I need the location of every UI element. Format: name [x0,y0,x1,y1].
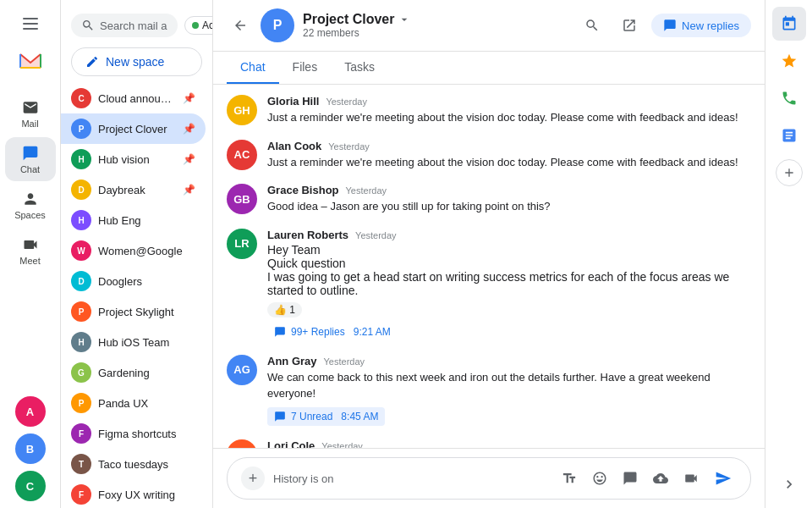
space-avatar: F [71,423,91,444]
sidebar-item-dooglers[interactable]: D Dooglers [61,266,206,296]
pin-icon: 📌 [183,92,195,104]
space-avatar: P [71,119,91,139]
status-pill[interactable]: Active [184,16,213,35]
sidebar-item-foxy-ux[interactable]: F Foxy UX writing [61,479,206,508]
sidebar-item-spaces[interactable]: Spaces [5,183,56,227]
status-label: Active [202,19,213,31]
tab-tasks[interactable]: Tasks [331,52,388,84]
message-header: Ann Gray Yesterday [267,355,751,367]
new-replies-button[interactable]: New replies [651,14,751,37]
add-attachment-button[interactable]: + [241,467,265,490]
chat-avatar: P [261,8,294,42]
message-reaction[interactable]: 👍 1 [267,302,302,318]
tab-files[interactable]: Files [279,52,332,84]
space-avatar: F [71,484,91,505]
right-panel-calendar-icon[interactable] [772,7,806,41]
message-group: GB Grace Bishop Yesterday Good idea – Ja… [227,184,751,215]
message-text: Just a reminder we're meeting about the … [267,154,751,171]
message-input-area: + History is on [213,448,765,508]
input-placeholder-text[interactable]: History is on [273,472,549,485]
sidebar-item-mail[interactable]: Mail [5,91,56,135]
sidebar-item-daybreak[interactable]: D Daybreak 📌 [61,174,206,205]
left-sidebar: Mail Chat Spaces Meet A B C [0,0,61,508]
sidebar-item-project-clover[interactable]: P Project Clover 📌 [61,113,206,144]
unread-replies-button[interactable]: 7 Unread 8:45 AM [267,407,385,426]
send-button[interactable] [710,465,737,492]
message-text: Hey Team [267,243,751,257]
chat-bubble-icon [663,19,677,32]
space-name: Taco tuesdays [98,458,195,471]
user-avatar-3[interactable]: C [15,471,46,501]
chat-members-count: 22 members [303,27,577,39]
tab-chat[interactable]: Chat [227,52,279,84]
space-avatar: D [71,179,91,200]
gmail-logo [14,44,47,78]
dropdown-icon[interactable] [398,13,411,26]
sidebar-item-chat[interactable]: Chat [5,137,56,181]
sidebar-item-hub-eng[interactable]: H Hub Eng [61,205,206,235]
sidebar-meet-label: Meet [19,256,40,266]
chat-name: Project Clover [303,12,577,27]
space-name: Figma shortcuts [98,428,195,440]
new-space-button[interactable]: New space [71,47,202,76]
space-name: Cloud announce [98,92,176,105]
space-name: Gardening [98,367,195,379]
message-content: Gloria Hill Yesterday Just a reminder we… [267,95,751,126]
space-name: Hub iOS Team [98,336,195,349]
sidebar-item-project-skylight[interactable]: P Project Skylight [61,296,206,327]
message-avatar: AG [227,355,257,385]
message-time: Yesterday [326,97,367,107]
message-sender: Lauren Roberts [267,229,348,241]
search-input[interactable] [100,19,167,32]
pin-icon: 📌 [183,123,195,135]
open-in-new-button[interactable] [614,10,645,41]
sidebar-item-women-google[interactable]: W Women@Google [61,235,206,266]
message-time: Yesterday [321,441,363,449]
space-items-list: C Cloud announce 📌 P Project Clover 📌 H … [61,83,212,508]
input-actions [557,465,737,492]
sidebar-item-panda-ux[interactable]: P Panda UX [61,388,206,418]
message-text: We can come back to this next week and i… [267,369,751,402]
space-avatar: H [71,332,91,352]
status-dot [192,22,199,29]
space-name: Hub Eng [98,214,195,227]
sidebar-item-cloud-announce[interactable]: C Cloud announce 📌 [61,83,206,113]
emoji-icon[interactable] [588,467,612,490]
upload-icon[interactable] [649,467,672,490]
sidebar-item-gardening[interactable]: G Gardening [61,357,206,388]
message-time: Yesterday [328,141,370,152]
message-avatar: LC [227,439,257,449]
space-list-header: Active New space [61,0,212,83]
replies-button[interactable]: 99+ Replies 9:21 AM [267,323,398,341]
chat-bubble-icon[interactable] [618,467,642,490]
edit-icon [85,55,99,69]
menu-icon[interactable] [14,7,47,41]
video-icon[interactable] [679,467,703,490]
message-avatar: GB [227,184,257,214]
message-header: Grace Bishop Yesterday [267,184,751,196]
right-panel-add-button[interactable] [776,159,803,186]
search-chat-button[interactable] [577,10,607,41]
right-panel-star-icon[interactable] [772,44,806,78]
message-group: LC Lori Cole Yesterday @Jason do you kno… [227,439,751,449]
sidebar-item-meet[interactable]: Meet [5,229,56,273]
right-panel-phone-icon[interactable] [772,81,806,115]
space-list-panel: Active New space C Cloud announce 📌 P Pr… [61,0,213,508]
sidebar-item-figma-shortcuts[interactable]: F Figma shortcuts [61,418,206,449]
message-group: GH Gloria Hill Yesterday Just a reminder… [227,95,751,126]
sidebar-item-hub-ios[interactable]: H Hub iOS Team [61,327,206,357]
right-panel-expand-icon[interactable] [772,467,806,501]
back-button[interactable] [227,12,254,39]
sidebar-item-hub-vision[interactable]: H Hub vision 📌 [61,144,206,174]
right-panel-tasks-icon[interactable] [772,119,806,152]
message-time: Yesterday [346,185,387,196]
text-format-icon[interactable] [557,467,581,490]
user-avatar-2[interactable]: B [15,433,46,464]
space-avatar: W [71,240,91,261]
message-sender: Gloria Hill [267,95,319,108]
chat-header: P Project Clover 22 members New replies [213,0,765,52]
message-header: Alan Cook Yesterday [267,140,751,152]
sidebar-item-taco-tuesdays[interactable]: T Taco tuesdays [61,449,206,479]
user-avatar-1[interactable]: A [15,396,46,427]
space-avatar: D [71,271,91,291]
